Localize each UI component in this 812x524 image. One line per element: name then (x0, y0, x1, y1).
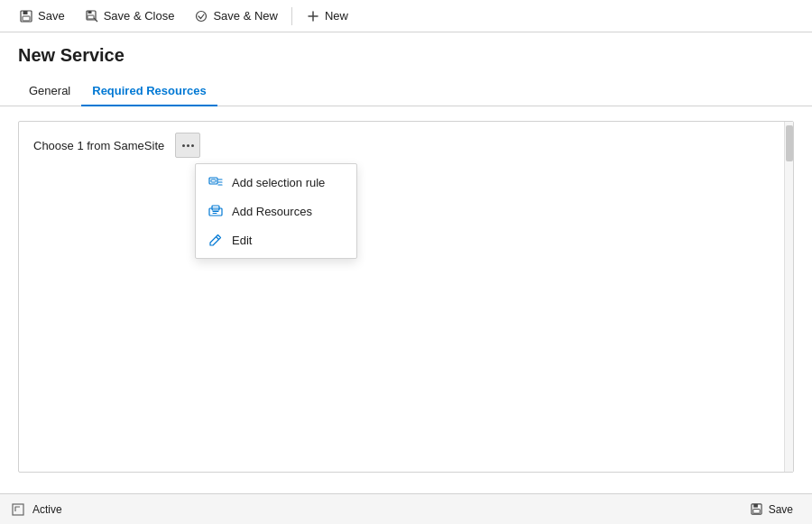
dropdown-menu: Add selection rule Add Resources (195, 163, 357, 259)
status-text: Active (32, 503, 62, 516)
edit-label: Edit (232, 234, 252, 247)
tab-general[interactable]: General (18, 77, 81, 106)
save-new-icon (194, 9, 208, 23)
save-new-label: Save & New (213, 9, 278, 23)
svg-line-19 (217, 237, 219, 240)
status-save-label: Save (769, 503, 793, 516)
page-header: New Service (0, 32, 812, 77)
status-left: Active (11, 502, 62, 517)
add-resources-label: Add Resources (232, 205, 312, 218)
new-button[interactable]: New (298, 5, 356, 28)
svg-rect-22 (753, 504, 758, 508)
ellipsis-button[interactable] (175, 133, 200, 158)
add-selection-rule-label: Add selection rule (232, 176, 325, 189)
svg-point-7 (197, 11, 207, 21)
selection-icon (208, 175, 223, 189)
tabs: General Required Resources (0, 77, 812, 106)
toolbar-divider (291, 7, 292, 25)
edit-item[interactable]: Edit (196, 225, 356, 254)
status-save-icon (750, 502, 764, 517)
svg-rect-1 (23, 11, 28, 14)
svg-rect-11 (211, 179, 216, 182)
save-label: Save (38, 9, 65, 23)
save-close-button[interactable]: Save & Close (77, 5, 183, 28)
add-selection-rule-item[interactable]: Add selection rule (196, 168, 356, 197)
resources-icon (208, 204, 223, 218)
add-resources-item[interactable]: Add Resources (196, 197, 356, 225)
svg-rect-4 (88, 11, 91, 14)
edit-icon (208, 233, 223, 247)
svg-rect-5 (88, 15, 94, 19)
page-title: New Service (18, 45, 794, 66)
save-button[interactable]: Save (11, 5, 73, 28)
scrollbar-thumb[interactable] (786, 125, 793, 161)
tab-content: Choose 1 from SameSite (0, 106, 812, 493)
new-label: New (325, 9, 348, 23)
save-icon (19, 9, 33, 23)
ellipsis-dots (182, 144, 194, 147)
resource-row: Choose 1 from SameSite (19, 122, 793, 169)
svg-rect-20 (13, 504, 23, 515)
save-close-label: Save & Close (104, 9, 175, 23)
expand-icon[interactable] (11, 502, 25, 517)
tab-required-resources[interactable]: Required Resources (81, 77, 217, 106)
svg-rect-2 (23, 16, 30, 21)
resource-label: Choose 1 from SameSite (33, 139, 164, 152)
save-new-button[interactable]: Save & New (186, 5, 286, 28)
svg-rect-10 (209, 178, 217, 184)
status-bar: Active Save (0, 493, 812, 524)
scrollbar-track[interactable] (784, 122, 793, 472)
toolbar: Save Save & Close Save & New (0, 0, 812, 32)
resource-panel: Choose 1 from SameSite (18, 121, 794, 473)
svg-rect-23 (753, 510, 760, 514)
status-save-button[interactable]: Save (742, 499, 801, 520)
new-icon (306, 9, 320, 23)
main-content: New Service General Required Resources C… (0, 32, 812, 493)
save-close-icon (85, 9, 99, 23)
